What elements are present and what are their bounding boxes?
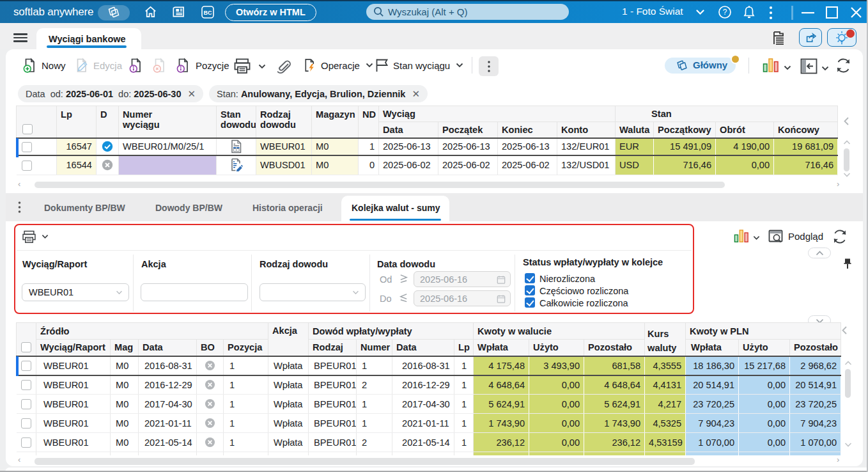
svg-text:?: ? bbox=[723, 8, 727, 17]
svg-text:BC: BC bbox=[204, 10, 212, 16]
